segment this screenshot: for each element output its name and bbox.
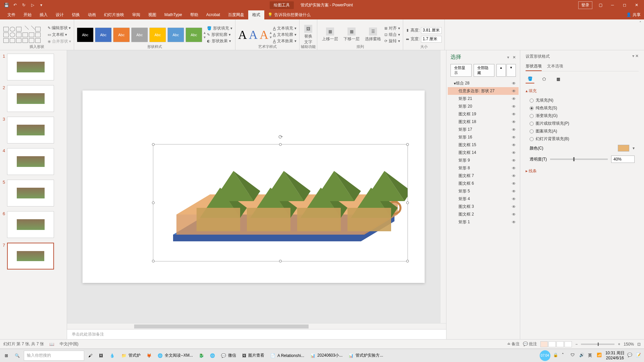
selection-item[interactable]: 矩形 4👁 (448, 195, 519, 203)
bring-forward-button[interactable]: ▦上移一层 (320, 27, 340, 43)
line-section-header[interactable]: ▸ 线条 (526, 168, 639, 174)
text-fill-button[interactable]: A 文本填充 ▾ (273, 25, 297, 31)
minimize-icon[interactable]: ─ (608, 1, 616, 9)
tray-expand-icon[interactable]: ˄ (562, 353, 568, 359)
fill-section-header[interactable]: ▴ 填充 (526, 88, 639, 94)
taskbar-app[interactable]: 🖼图片查看 (239, 350, 267, 361)
visibility-toggle-icon[interactable]: 👁 (512, 120, 516, 124)
taskbar-app[interactable]: 🌐全文阅读--XM... (155, 350, 196, 361)
notes-pane[interactable]: 单击此处添加备注 (67, 329, 446, 339)
normal-view-icon[interactable] (540, 341, 548, 347)
start-from-beginning-icon[interactable]: ▷ (30, 2, 36, 8)
gallery-more-icon[interactable]: ▴▾ (204, 30, 206, 40)
tab-format[interactable]: 格式 (248, 10, 264, 19)
shape-effects-button[interactable]: ◐ 形状效果 ▾ (207, 38, 232, 44)
qat-more-icon[interactable]: ▾ (38, 2, 44, 8)
undo-icon[interactable]: ↶ (12, 2, 18, 8)
start-button[interactable]: ⊞ (2, 350, 11, 361)
shape-fill-button[interactable]: 🪣 形状填充 ▾ (207, 25, 232, 31)
selection-item[interactable]: 矩形 5👁 (448, 187, 519, 195)
radio-picture-fill[interactable]: 图片或纹理填充(P) (526, 120, 639, 127)
reorder-up-icon[interactable]: ▴ (496, 64, 506, 77)
taskbar-clock[interactable]: 10:31 周日 2024/6/16 (605, 351, 625, 360)
radio-pattern-fill[interactable]: 图案填充(A) (526, 127, 639, 135)
taskbar-app[interactable]: 📊20240603小... (308, 350, 345, 361)
transparency-input[interactable] (611, 156, 635, 163)
slide-thumbnail[interactable] (7, 211, 54, 238)
selection-item[interactable]: 任意多边形: 形状 27👁 (448, 87, 519, 95)
tab-transitions[interactable]: 切换 (68, 10, 84, 19)
color-dropdown-icon[interactable]: ▾ (633, 146, 635, 150)
share-button[interactable]: 👤 共享 (626, 12, 641, 18)
language-indicator[interactable]: 中文(中国) (60, 341, 78, 347)
slide-thumbnail[interactable] (7, 180, 54, 206)
transparency-slider[interactable] (550, 159, 608, 160)
hide-all-button[interactable]: 全部隐藏 (474, 64, 495, 77)
height-input[interactable] (421, 27, 442, 34)
tab-slideshow[interactable]: 幻灯片放映 (100, 10, 128, 19)
visibility-toggle-icon[interactable]: 👁 (512, 204, 516, 209)
visibility-toggle-icon[interactable]: 👁 (512, 212, 516, 217)
show-all-button[interactable]: 全部显示 (450, 64, 472, 77)
selection-item[interactable]: 矩形 16👁 (448, 133, 519, 141)
visibility-toggle-icon[interactable]: 👁 (512, 97, 516, 101)
visibility-toggle-icon[interactable]: 👁 (512, 150, 516, 155)
selection-item[interactable]: 图文框 14👁 (448, 149, 519, 157)
resize-handle-br[interactable] (406, 260, 409, 262)
selection-item[interactable]: 矩形 20👁 (448, 103, 519, 110)
tab-insert[interactable]: 插入 (36, 10, 52, 19)
zoom-out-icon[interactable]: − (575, 342, 578, 347)
selection-item[interactable]: 矩形 1👁 (448, 218, 519, 226)
resize-handle-b[interactable] (279, 260, 282, 262)
selection-item[interactable]: 图文框 2👁 (448, 210, 519, 218)
taskbar-app[interactable]: 📊管式炉实验方... (346, 350, 386, 361)
text-effects-button[interactable]: A 文本效果 ▾ (273, 38, 297, 44)
selection-item[interactable]: ▾ 组合 28👁 (448, 79, 519, 87)
slideshow-view-icon[interactable] (565, 341, 572, 347)
visibility-toggle-icon[interactable]: 👁 (512, 135, 516, 140)
horizontal-scrollbar[interactable] (67, 323, 446, 329)
notifications-icon[interactable]: 📝 (636, 353, 642, 359)
sorter-view-icon[interactable] (548, 341, 556, 347)
selection-item[interactable]: 图文框 7👁 (448, 172, 519, 180)
width-input[interactable] (421, 36, 442, 43)
notes-toggle[interactable]: ≐ 备注 (507, 341, 520, 347)
zoom-level[interactable]: 150% (624, 342, 634, 347)
size-props-icon[interactable]: ▦ (554, 75, 562, 83)
visibility-toggle-icon[interactable]: 👁 (512, 189, 516, 194)
tab-file[interactable]: 文件 (3, 10, 19, 19)
selection-item[interactable]: 图文框 15👁 (448, 141, 519, 149)
selection-item[interactable]: 矩形 9👁 (448, 157, 519, 164)
zoom-slider[interactable] (581, 344, 614, 345)
slide-thumbnail[interactable] (7, 85, 54, 112)
selection-item[interactable]: 矩形 21👁 (448, 95, 519, 103)
taskbar-app[interactable]: 💬微信 (218, 350, 239, 361)
login-button[interactable]: 登录 (578, 1, 592, 9)
tray-icon[interactable]: 🛡 (571, 353, 577, 359)
send-backward-button[interactable]: ▦下移一层 (341, 27, 362, 43)
selection-pane-button[interactable]: ☰选择窗格 (363, 27, 383, 43)
tab-view[interactable]: 视图 (144, 10, 160, 19)
effects-icon[interactable]: ⬠ (540, 75, 548, 83)
text-box-button[interactable]: ▭ 文本框 ▾ (48, 32, 71, 38)
selection-pane-close-icon[interactable]: ✕ (513, 55, 516, 60)
fit-to-window-icon[interactable]: ⊡ (637, 342, 641, 347)
visibility-toggle-icon[interactable]: 👁 (512, 127, 516, 132)
taskbar-app[interactable]: 🐉 (196, 350, 207, 361)
tab-acrobat[interactable]: Acrobat (202, 11, 224, 19)
shape-outline-button[interactable]: ✎ 形状轮廓 ▾ (207, 32, 232, 38)
maximize-icon[interactable]: ◻ (621, 1, 629, 9)
selection-list[interactable]: ▾ 组合 28👁任意多边形: 形状 27👁矩形 21👁矩形 20👁图文框 19👁… (446, 79, 520, 339)
pane-dropdown-icon[interactable]: ▾ (632, 54, 634, 58)
comments-toggle[interactable]: 💬 批注 (523, 341, 537, 347)
reading-view-icon[interactable] (556, 341, 564, 347)
radio-gradient-fill[interactable]: 渐变填充(G) (526, 112, 639, 120)
taskbar-app[interactable]: 💧 (107, 350, 117, 361)
edit-shape-button[interactable]: ✎ 编辑形状 ▾ (48, 25, 71, 31)
close-icon[interactable]: ✕ (633, 1, 641, 9)
redo-icon[interactable]: ↻ (21, 2, 27, 8)
visibility-toggle-icon[interactable]: 👁 (512, 174, 516, 178)
radio-no-fill[interactable]: 无填充(N) (526, 97, 639, 104)
slide-thumbnail[interactable] (7, 54, 54, 80)
reorder-down-icon[interactable]: ▾ (506, 64, 516, 77)
